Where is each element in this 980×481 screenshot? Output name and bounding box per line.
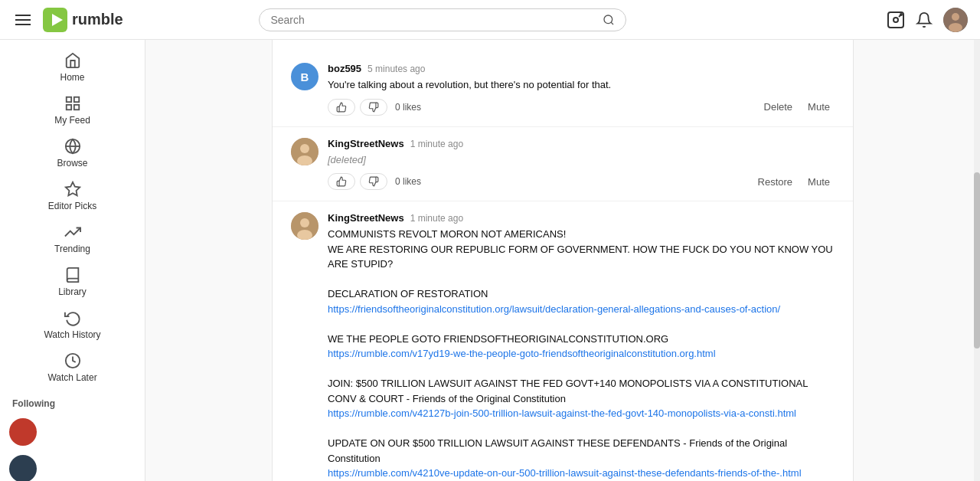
comment-username-kingstreetnews-1[interactable]: KingStreetNews [328,138,404,149]
comment-time-1: 5 minutes ago [368,64,425,74]
svg-rect-13 [66,105,70,110]
link-we-the-people[interactable]: https://rumble.com/v17yd19-we-the-people… [328,348,716,359]
comment-body-1: boz595 5 minutes ago You're talking abou… [328,63,835,116]
sidebar-label-my-feed: My Feed [54,115,90,126]
mute-button-1[interactable]: Mute [803,100,835,114]
search-button[interactable] [603,14,615,26]
sidebar-label-library: Library [58,286,87,297]
svg-line-3 [612,22,614,25]
likes-count-2: 0 likes [395,176,421,187]
user-avatar[interactable] [943,8,968,32]
mod-actions-1: Delete Mute [760,100,835,114]
sidebar: Home My Feed Browse Editor Picks Trendin… [0,40,145,481]
scrollbar-thumb[interactable] [974,172,980,348]
comment-header-3: KingStreetNews 1 minute ago [328,212,835,224]
home-icon [64,52,81,69]
comment-username-boz595[interactable]: boz595 [328,63,361,74]
comment-username-kingstreetnews-2[interactable]: KingStreetNews [328,212,404,224]
my-feed-icon [64,95,81,112]
svg-point-20 [300,144,309,153]
delete-button-1[interactable]: Delete [760,100,798,114]
comment-body-3: KingStreetNews 1 minute ago COMMUNISTS R… [328,212,835,481]
thumbs-up-icon [336,102,347,113]
comment-1: B boz595 5 minutes ago You're talking ab… [273,52,853,127]
thumbs-down-button-1[interactable] [360,99,387,116]
sidebar-label-editor-picks: Editor Picks [48,201,96,211]
comment-text-1: You're talking about a revolution, but t… [328,77,835,93]
comment-avatar-kingstreetnews-2 [291,212,318,240]
comment-avatar-boz595: B [291,63,318,90]
link-lawsuit-join[interactable]: https://rumble.com/v42127b-join-500-tril… [328,407,796,419]
search-bar [259,8,626,31]
sidebar-item-my-feed[interactable]: My Feed [0,89,145,132]
sidebar-label-browse: Browse [57,158,87,169]
trending-icon [64,224,81,240]
following-section-title: Following [0,389,145,412]
comment-text-2: [deleted] [328,152,835,168]
svg-rect-14 [74,105,78,110]
logo-text: rumble [72,11,123,28]
comment-text-3: COMMUNISTS REVOLT MORON NOT AMERICANS! W… [328,227,835,481]
likes-count-1: 0 likes [395,102,421,113]
avatar-svg-2 [291,138,318,165]
sidebar-item-home[interactable]: Home [0,46,145,89]
avatar-image [943,8,968,32]
sidebar-item-watch-history[interactable]: Watch History [0,303,145,346]
sidebar-label-watch-history: Watch History [44,329,100,340]
header-right [887,8,968,32]
comment-avatar-kingstreetnews-1 [291,138,318,165]
thumbs-up-icon-2 [336,176,347,187]
restore-button-2[interactable]: Restore [753,175,798,189]
comment-time-3: 1 minute ago [410,213,463,224]
thumbs-down-button-2[interactable] [360,173,387,190]
svg-point-5 [893,18,898,22]
following-item-2[interactable] [0,452,145,481]
svg-marker-17 [65,182,79,195]
main-wrapper: B boz595 5 minutes ago You're talking ab… [145,40,980,481]
svg-point-2 [604,15,612,24]
sidebar-item-trending[interactable]: Trending [0,218,145,260]
search-input[interactable] [270,14,596,26]
thumbs-up-button-2[interactable] [328,173,355,190]
svg-rect-11 [66,97,70,102]
library-icon [64,267,81,283]
link-declaration[interactable]: https://friendsoftheoriginalconstitution… [328,303,780,315]
svg-rect-12 [74,97,78,102]
watch-later-icon [64,352,81,369]
hamburger-button[interactable] [12,11,34,28]
thumbs-down-icon-2 [368,176,379,187]
sidebar-item-watch-later[interactable]: Watch Later [0,346,145,389]
svg-point-9 [952,13,959,21]
sidebar-item-library[interactable]: Library [0,260,145,303]
thumbs-down-icon [368,102,379,113]
editor-picks-icon [64,181,81,198]
comment-actions-2: 0 likes Restore Mute [328,173,835,190]
sidebar-item-editor-picks[interactable]: Editor Picks [0,175,145,218]
search-icon [603,14,615,26]
sidebar-label-watch-later: Watch Later [47,372,96,383]
comment-time-2: 1 minute ago [410,139,463,149]
mod-actions-2: Restore Mute [753,175,835,189]
sidebar-label-home: Home [60,72,84,83]
upload-icon [887,11,905,29]
logo[interactable]: rumble [43,8,123,32]
comment-actions-1: 0 likes Delete Mute [328,99,835,116]
upload-button[interactable] [887,11,905,29]
link-lawsuit-update[interactable]: https://rumble.com/v4210ve-update-on-our… [328,467,802,479]
notifications-button[interactable] [916,11,933,28]
browse-icon [64,138,81,155]
scrollbar-track [974,40,980,481]
mute-button-2[interactable]: Mute [803,175,835,189]
thumbs-up-button-1[interactable] [328,99,355,116]
bell-icon [916,11,933,28]
svg-point-7 [900,13,903,16]
avatar-svg-3 [291,212,318,240]
svg-point-23 [300,218,309,227]
sidebar-item-browse[interactable]: Browse [0,132,145,175]
content-area: B boz595 5 minutes ago You're talking ab… [272,40,854,481]
sidebar-label-trending: Trending [54,244,90,254]
following-item-1[interactable] [0,415,145,449]
comment-body-2: KingStreetNews 1 minute ago [deleted] [328,138,835,191]
rumble-logo-icon [43,8,67,32]
header-left: rumble [12,8,123,32]
